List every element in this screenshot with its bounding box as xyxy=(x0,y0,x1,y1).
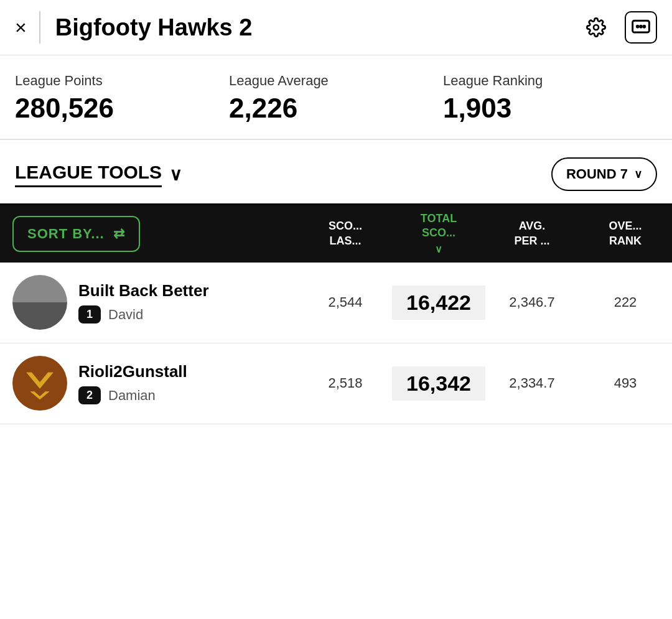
svg-point-3 xyxy=(640,26,642,27)
settings-button[interactable] xyxy=(580,11,612,44)
svg-point-4 xyxy=(643,26,645,27)
sort-active-chevron-icon: ∨ xyxy=(435,243,442,256)
avatar xyxy=(12,356,67,411)
header-actions xyxy=(580,11,657,44)
overall-rank-value: 222 xyxy=(579,289,672,315)
rioli-logo-icon xyxy=(18,361,62,405)
team-details: Built Back Better 1 David xyxy=(78,281,209,323)
league-ranking-stat: League Ranking 1,903 xyxy=(443,73,657,124)
chat-icon xyxy=(631,17,651,37)
round-selector-button[interactable]: ROUND 7 ∨ xyxy=(551,157,657,191)
col-header-total-score[interactable]: TOTALSCO... ∨ xyxy=(392,205,485,263)
sort-arrows-icon: ⇄ xyxy=(113,226,125,242)
team-info-cell: Rioli2Gunstall 2 Damian xyxy=(0,346,299,421)
col-header-avg-per[interactable]: AVG.PER ... xyxy=(485,213,579,254)
avg-per-value: 2,346.7 xyxy=(485,289,579,315)
col-header-overall-rank[interactable]: OVE...RANK xyxy=(579,213,672,254)
team-name: Rioli2Gunstall xyxy=(78,362,187,381)
overall-rank-value: 493 xyxy=(579,370,672,396)
column-headers: SCO...LAS... TOTALSCO... ∨ AVG.PER ... O… xyxy=(299,205,672,263)
team-name: Built Back Better xyxy=(78,281,209,300)
avatar xyxy=(12,275,67,330)
table-row[interactable]: Built Back Better 1 David 2,544 16,422 2… xyxy=(0,263,672,343)
total-score-value: 16,422 xyxy=(392,286,485,320)
league-average-value: 2,226 xyxy=(229,93,443,124)
team-rank-row: 2 Damian xyxy=(78,386,187,404)
league-tools-label: LEAGUE TOOLS xyxy=(15,162,162,187)
league-tools-button[interactable]: LEAGUE TOOLS ∨ xyxy=(15,162,182,187)
table-row[interactable]: Rioli2Gunstall 2 Damian 2,518 16,342 2,3… xyxy=(0,343,672,424)
page-title: Bigfooty Hawks 2 xyxy=(55,14,580,41)
total-score-value: 16,342 xyxy=(392,366,485,401)
avg-per-value: 2,334.7 xyxy=(485,370,579,396)
league-points-label: League Points xyxy=(15,73,229,89)
league-ranking-label: League Ranking xyxy=(443,73,657,89)
rank-badge: 1 xyxy=(78,305,101,323)
gear-icon xyxy=(586,17,606,37)
header: × Bigfooty Hawks 2 xyxy=(0,0,672,55)
header-divider xyxy=(39,11,40,44)
chat-button[interactable] xyxy=(625,11,657,44)
league-points-stat: League Points 280,526 xyxy=(15,73,229,124)
round-label: ROUND 7 xyxy=(566,166,628,182)
rankings-table: SORT BY... ⇄ SCO...LAS... TOTALSCO... ∨ … xyxy=(0,203,672,424)
team-details: Rioli2Gunstall 2 Damian xyxy=(78,362,187,404)
team-data-cols: 2,518 16,342 2,334.7 493 xyxy=(299,366,672,401)
stats-row: League Points 280,526 League Average 2,2… xyxy=(0,55,672,140)
col-header-score-last[interactable]: SCO...LAS... xyxy=(299,213,392,254)
league-tools-chevron-icon: ∨ xyxy=(169,164,182,185)
sort-by-button[interactable]: SORT BY... ⇄ xyxy=(12,216,140,252)
league-ranking-value: 1,903 xyxy=(443,93,657,124)
close-button[interactable]: × xyxy=(15,17,27,37)
svg-point-2 xyxy=(637,26,638,27)
team-info-cell: Built Back Better 1 David xyxy=(0,265,299,340)
owner-name: Damian xyxy=(108,388,156,404)
table-header: SORT BY... ⇄ SCO...LAS... TOTALSCO... ∨ … xyxy=(0,205,672,263)
league-average-stat: League Average 2,226 xyxy=(229,73,443,124)
svg-point-0 xyxy=(594,25,599,30)
team-rank-row: 1 David xyxy=(78,305,209,323)
owner-name: David xyxy=(108,307,143,323)
tools-section: LEAGUE TOOLS ∨ ROUND 7 ∨ xyxy=(0,140,672,203)
league-average-label: League Average xyxy=(229,73,443,89)
rank-badge: 2 xyxy=(78,386,101,404)
team-data-cols: 2,544 16,422 2,346.7 222 xyxy=(299,286,672,320)
sort-by-label: SORT BY... xyxy=(27,226,105,242)
score-last-value: 2,518 xyxy=(299,370,392,396)
score-last-value: 2,544 xyxy=(299,289,392,315)
sort-by-cell: SORT BY... ⇄ xyxy=(0,205,299,263)
league-points-value: 280,526 xyxy=(15,93,229,124)
round-chevron-icon: ∨ xyxy=(634,167,642,181)
